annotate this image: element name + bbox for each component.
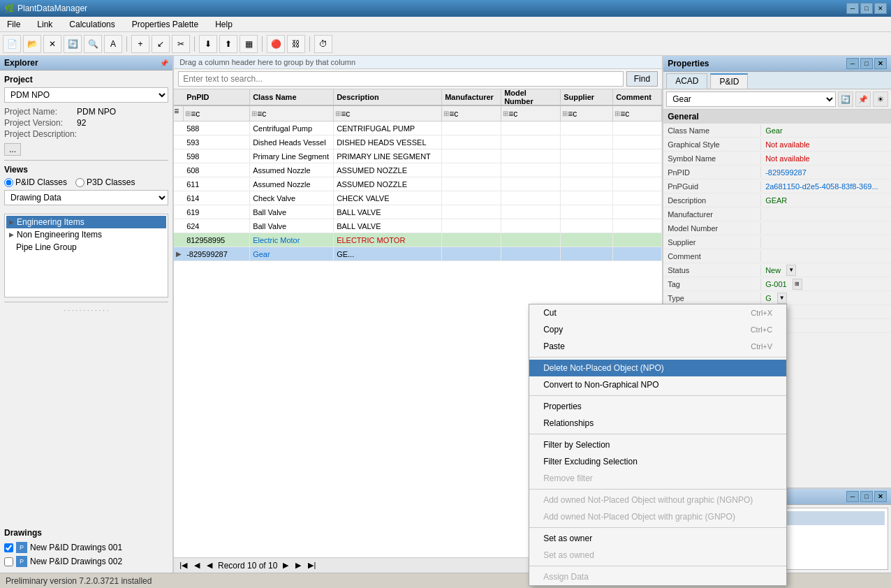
prop-dropdown-btn-10[interactable]: ▼ — [786, 265, 796, 276]
col-pnpid-header[interactable]: PnPID — [184, 89, 250, 105]
find-button[interactable]: Find — [626, 71, 658, 87]
properties-restore[interactable]: □ — [860, 58, 873, 69]
drawing-label-2[interactable]: New P&ID Drawings 002 — [30, 557, 122, 566]
menu-properties-palette[interactable]: Properties Palette — [128, 18, 202, 31]
font-button[interactable]: A — [104, 35, 122, 53]
clock-button[interactable]: ⏱ — [314, 35, 332, 53]
title-bar-controls[interactable]: ─ □ ✕ — [846, 3, 887, 14]
pin-button[interactable]: 📌 — [160, 59, 168, 67]
toolbar: 📄 📂 ✕ 🔄 🔍 A + ↙ ✂ ⬇ ⬆ ▦ 🔴 ⛓ ⏱ — [0, 32, 891, 56]
drawing-checkbox-2[interactable] — [4, 557, 13, 566]
rel-close[interactable]: ✕ — [874, 491, 887, 502]
import-button[interactable]: ⬇ — [199, 35, 217, 53]
ctx-item-7[interactable]: Filter by Selection — [529, 436, 786, 453]
toggle-props-button[interactable]: ☀ — [873, 91, 888, 107]
filter-pnpid[interactable]: ⊞≡c — [184, 106, 250, 121]
ctx-item-1[interactable]: CopyCtrl+C — [529, 321, 786, 338]
maximize-button[interactable]: □ — [860, 3, 873, 14]
new-button[interactable]: 📄 — [3, 35, 21, 53]
filter-class[interactable]: ⊞≡c — [250, 106, 334, 121]
ctx-item-0[interactable]: CutCtrl+X — [529, 304, 786, 321]
radio-p3d[interactable]: P3D Classes — [75, 177, 135, 187]
menu-calculations[interactable]: Calculations — [65, 18, 119, 31]
close-button[interactable]: ✕ — [874, 3, 887, 14]
menu-file[interactable]: File — [3, 18, 24, 31]
link-button[interactable]: ⛓ — [287, 35, 305, 53]
tree-arrow-engineering: ▶ — [9, 219, 14, 226]
rel-minimize[interactable]: ─ — [846, 491, 859, 502]
drawing-label-1[interactable]: New P&ID Drawings 001 — [30, 543, 122, 552]
drawing-data-select[interactable]: Drawing Data — [4, 190, 168, 205]
zoom-button[interactable]: 🔍 — [84, 35, 102, 53]
close-file-button[interactable]: ✕ — [43, 35, 61, 53]
table-row[interactable]: 812958995 Electric Motor ELECTRIC MOTOR — [174, 233, 662, 247]
prop-value-0: Gear — [761, 125, 891, 136]
properties-close[interactable]: ✕ — [874, 58, 887, 69]
project-select[interactable]: PDM NPO — [4, 87, 168, 103]
open-button[interactable]: 📂 — [23, 35, 41, 53]
table-row[interactable]: 608 Assumed Nozzle ASSUMED NOZZLE — [174, 163, 662, 177]
nav-first[interactable]: |◀ — [178, 561, 189, 570]
ctx-item-2[interactable]: PasteCtrl+V — [529, 338, 786, 355]
table-row[interactable]: 619 Ball Valve BALL VALVE — [174, 205, 662, 219]
table-row[interactable]: ▶ -829599287 Gear GE... — [174, 247, 662, 261]
drawing-checkbox-1[interactable] — [4, 543, 13, 552]
filter-supplier[interactable]: ⊞≡c — [561, 106, 613, 121]
filter-comment[interactable]: ⊞≡c — [613, 106, 662, 121]
nav-last[interactable]: ▶| — [307, 561, 317, 570]
nav-prev[interactable]: ◀ — [205, 561, 214, 570]
nav-next-page[interactable]: ▶ — [294, 561, 302, 570]
filter-mfr[interactable]: ⊞≡c — [442, 106, 501, 121]
table-row[interactable]: 588 Centrifugal Pump CENTRIFUGAL PUMP — [174, 122, 662, 135]
menu-help[interactable]: Help — [211, 18, 237, 31]
ctx-item-12[interactable]: Set as owner — [529, 530, 786, 547]
rel-restore[interactable]: □ — [860, 491, 873, 502]
col-comment-header[interactable]: Comment — [613, 89, 662, 105]
col-supplier-header[interactable]: Supplier — [561, 89, 613, 105]
tab-pid[interactable]: P&ID — [710, 73, 748, 89]
tree-item-pipeline[interactable]: Pipe Line Group — [6, 241, 166, 253]
add-button[interactable]: + — [131, 35, 149, 53]
refresh-button[interactable]: 🔄 — [64, 35, 82, 53]
radio-pid[interactable]: P&ID Classes — [4, 177, 67, 187]
ctx-item-8[interactable]: Filter Excluding Selection — [529, 453, 786, 470]
menu-link[interactable]: Link — [33, 18, 57, 31]
ctx-item-4[interactable]: Convert to Non-Graphical NPO — [529, 376, 786, 393]
table-row[interactable]: 598 Primary Line Segment PRIMARY LINE SE… — [174, 149, 662, 163]
prop-dropdown-btn-12[interactable]: ▼ — [777, 293, 787, 304]
prop-edit-btn-11[interactable]: ⊞ — [793, 279, 802, 290]
table-row[interactable]: 614 Check Valve CHECK VALVE — [174, 191, 662, 205]
filter-desc[interactable]: ⊞≡c — [334, 106, 442, 121]
properties-minimize[interactable]: ─ — [846, 58, 859, 69]
filter-model[interactable]: ⊞≡c — [501, 106, 561, 121]
search-input[interactable] — [178, 71, 624, 87]
table-row[interactable]: 611 Assumed Nozzle ASSUMED NOZZLE — [174, 177, 662, 191]
class-select[interactable]: Gear — [666, 91, 836, 107]
ctx-item-6[interactable]: Relationships — [529, 415, 786, 432]
radio-pid-input[interactable] — [4, 178, 13, 187]
select-button[interactable]: ↙ — [152, 35, 170, 53]
refresh-props-button[interactable]: 🔄 — [838, 91, 853, 107]
ctx-item-5[interactable]: Properties — [529, 398, 786, 415]
col-mfr-header[interactable]: Manufacturer — [442, 89, 501, 105]
col-class-header[interactable]: Class Name — [250, 89, 334, 105]
tree-item-engineering[interactable]: ▶ Engineering Items — [6, 216, 166, 228]
tab-acad[interactable]: ACAD — [666, 73, 707, 89]
export-button[interactable]: ⬆ — [219, 35, 237, 53]
minimize-button[interactable]: ─ — [846, 3, 859, 14]
cut-tool-button[interactable]: ✂ — [172, 35, 190, 53]
col-desc-header[interactable]: Description — [334, 89, 442, 105]
nav-prev-page[interactable]: ◀ — [193, 561, 201, 570]
ellipsis-button[interactable]: ... — [4, 143, 21, 156]
pin-props-button[interactable]: 📌 — [855, 91, 871, 107]
col-model-header[interactable]: Model Number — [501, 89, 561, 105]
radio-p3d-input[interactable] — [75, 178, 84, 187]
layout-button[interactable]: ▦ — [240, 35, 258, 53]
tree-item-non-engineering[interactable]: ▶ Non Engineering Items — [6, 228, 166, 241]
table-row[interactable]: 624 Ball Valve BALL VALVE — [174, 219, 662, 233]
ctx-item-3[interactable]: Delete Not-Placed Object (NPO) — [529, 360, 786, 376]
nav-next[interactable]: ▶ — [281, 561, 290, 570]
table-row[interactable]: 593 Dished Heads Vessel DISHED HEADS VES… — [174, 135, 662, 149]
redline-button[interactable]: 🔴 — [267, 35, 285, 53]
cell-description: BALL VALVE — [334, 205, 442, 219]
